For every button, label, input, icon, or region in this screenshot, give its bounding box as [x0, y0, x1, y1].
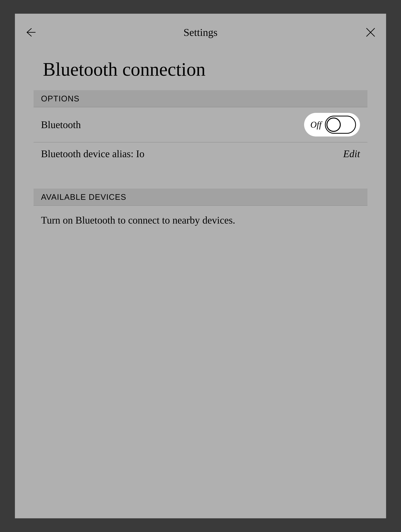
page-title: Bluetooth connection: [15, 51, 386, 90]
edit-alias-button[interactable]: Edit: [343, 148, 360, 160]
toggle-track: [325, 116, 356, 134]
alias-row: Bluetooth device alias: Io Edit: [34, 142, 367, 165]
devices-status-text: Turn on Bluetooth to connect to nearby d…: [34, 206, 367, 235]
back-button[interactable]: [22, 25, 37, 40]
content-area: OPTIONS Bluetooth Off Bluetooth device a…: [15, 90, 386, 235]
devices-section-header: AVAILABLE DEVICES: [34, 189, 367, 206]
toggle-state-label: Off: [308, 120, 322, 130]
bluetooth-toggle[interactable]: Off: [304, 113, 360, 137]
header-title: Settings: [183, 26, 217, 38]
section-spacer: [34, 165, 367, 189]
close-button[interactable]: [363, 25, 378, 40]
arrow-left-icon: [23, 25, 37, 39]
alias-prefix: Bluetooth device alias:: [41, 148, 136, 159]
toggle-knob: [327, 118, 341, 132]
header-bar: Settings: [15, 14, 386, 51]
alias-value: Io: [136, 148, 144, 159]
options-section-header: OPTIONS: [34, 90, 367, 107]
settings-screen: Settings Bluetooth connection OPTIONS Bl…: [15, 14, 386, 518]
close-icon: [364, 26, 377, 38]
bluetooth-row: Bluetooth Off: [34, 107, 367, 142]
alias-text: Bluetooth device alias: Io: [41, 148, 144, 160]
bluetooth-label: Bluetooth: [41, 119, 81, 131]
